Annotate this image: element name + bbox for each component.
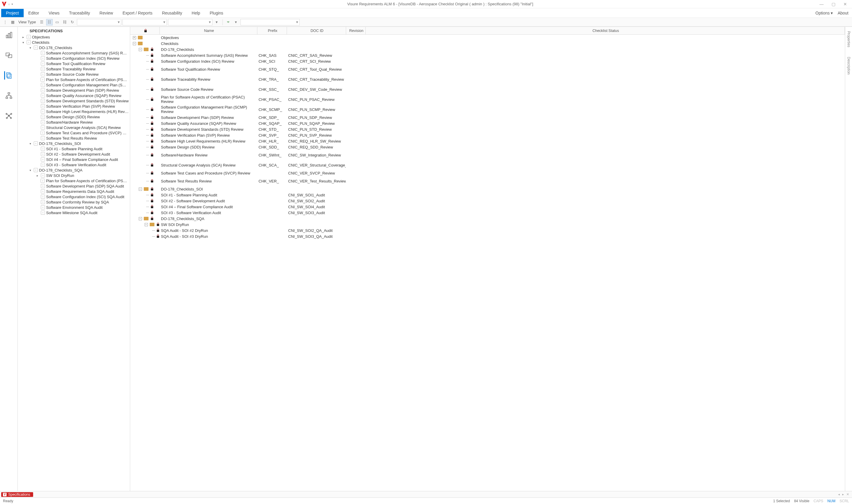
grid-row[interactable]: Software Configuration Index (SCI) Revie… (130, 58, 845, 64)
tree-item[interactable]: ≡Software Quality Assurance (SQAP) Revie… (19, 93, 130, 98)
tree-panel[interactable]: SPECIFICATIONS ▸≡Objectives▾≡Checklists▾… (18, 27, 130, 491)
tree-item[interactable]: ≡Software Development Standards (STD) Re… (19, 98, 130, 104)
grid-row[interactable]: Software Quality Assurance (SQAP) Review… (130, 120, 845, 126)
grid-row[interactable]: Plan for Software Aspects of Certificati… (130, 94, 845, 104)
menu-reusability[interactable]: Reusability (157, 9, 187, 17)
chevron-down-icon[interactable]: ▾ (22, 41, 25, 44)
tree-item[interactable]: ▾≡Checklists (19, 40, 130, 45)
collapse-icon[interactable]: − (145, 223, 148, 226)
col-header-prefix[interactable]: Prefix (257, 27, 287, 34)
grid-row[interactable]: −DO-178_Checklists (130, 47, 845, 52)
grid-row[interactable]: Software Test Results ReviewCHK_VER_CNIC… (130, 176, 845, 186)
nav-chart-icon[interactable] (5, 31, 13, 39)
grid-row[interactable]: Software Traceability ReviewCHK_TRA_CNIC… (130, 74, 845, 84)
collapse-icon[interactable]: − (139, 217, 142, 220)
col-header-tree[interactable] (130, 27, 160, 34)
col-header-name[interactable]: Name (160, 27, 257, 34)
tree-item[interactable]: ≡Plan for Software Aspects of Certificat… (19, 77, 130, 82)
combo-1[interactable]: ▾ (77, 19, 121, 25)
menu-plugins[interactable]: Plugins (205, 9, 228, 17)
grid-row[interactable]: Software Configuration Management Plan (… (130, 104, 845, 114)
tree-item[interactable]: ≡Software Milestone SQA Audit (19, 210, 130, 215)
grid-row[interactable]: Software Tool Qualification ReviewCHK_ST… (130, 64, 845, 74)
chevron-down-icon[interactable]: ▾ (30, 46, 33, 49)
maximize-button[interactable]: ▢ (831, 2, 835, 6)
grid-row[interactable]: −DO-178_Checklists_SOI (130, 186, 845, 192)
grid-row[interactable]: Software Test Cases and Procedure (SVCP)… (130, 170, 845, 176)
combo-2[interactable]: ▾ (123, 19, 167, 25)
close-doc-icon[interactable]: ✕ (846, 492, 849, 496)
col-header-checklist-status[interactable]: Checklist Status (366, 27, 845, 34)
grid-row[interactable]: Software Design (SDD) ReviewCHK_SDD_CNIC… (130, 144, 845, 150)
grid-row[interactable]: −Checklists (130, 40, 845, 47)
grid-row[interactable]: Structural Coverage Analysis (SCA) Revie… (130, 160, 845, 170)
filter-icon[interactable]: ⫧ (225, 19, 232, 25)
collapse-icon[interactable]: − (133, 42, 136, 45)
tree-item[interactable]: ≡Software Development Plan (SDP) Review (19, 88, 130, 93)
col-header-revision[interactable]: Revision (346, 27, 366, 34)
grid-row[interactable]: +Objectives (130, 35, 845, 40)
grid-row[interactable]: SQA Audit - SOI #2 DryRunCNI_SW_SOI2_QA_… (130, 228, 845, 233)
link-icon[interactable]: ⛓ (61, 19, 68, 25)
next-tab-icon[interactable]: ▸ (842, 492, 844, 496)
grid-row[interactable]: −DO-178_Checklists_SQA (130, 216, 845, 221)
nav-documents-icon[interactable] (4, 71, 13, 79)
menu-export-reports[interactable]: Export / Reports (118, 9, 157, 17)
grid-row[interactable]: Software Development Standards (STD) Rev… (130, 126, 845, 132)
tree-item[interactable]: ≡SOI #4 – Final Software Compliance Audi… (19, 157, 130, 162)
grid-body[interactable]: +Objectives−Checklists−DO-178_Checklists… (130, 35, 845, 491)
grid-row[interactable]: SQA Audit - SOI #3 DryRunCNI_SW_SOI3_QA_… (130, 233, 845, 239)
tree-item[interactable]: ≡Software Environment SQA Audit (19, 205, 130, 210)
tree-item[interactable]: ≡Software High Level Requirements (HLR) … (19, 109, 130, 114)
chevron-down-icon[interactable]: ▾ (214, 19, 220, 25)
tree-item[interactable]: ≡Software Configuration Index (SCI) SQA … (19, 194, 130, 199)
grid-icon[interactable]: ▦ (10, 19, 16, 25)
menu-project[interactable]: Project (1, 9, 24, 17)
tree-item[interactable]: ≡Structural Coverage Analysis (SCA) Revi… (19, 125, 130, 130)
grid-row[interactable]: SOI #4 – Final Software Compliance Audit… (130, 204, 845, 210)
grid-row[interactable]: −SW SOI DryRun (130, 221, 845, 228)
menu-about[interactable]: About (835, 9, 851, 17)
tree-item[interactable]: ≡Software Tool Qualification Review (19, 61, 130, 66)
menu-traceability[interactable]: Traceability (64, 9, 95, 17)
collapse-icon[interactable]: − (139, 187, 142, 191)
quick-access-dropdown-icon[interactable]: ⌂ (8, 3, 10, 6)
grid-row[interactable]: Software Development Plan (SDP) ReviewCH… (130, 114, 845, 120)
view-outline-icon[interactable]: ☷ (46, 19, 53, 25)
tree-item[interactable]: ≡Software Design (SDD) Review (19, 114, 130, 120)
col-header-docid[interactable]: DOC ID (287, 27, 346, 34)
expand-icon[interactable]: + (133, 36, 136, 39)
tree-item[interactable]: ≡Software Conformity Review by SQA (19, 199, 130, 205)
chevron-right-icon[interactable]: ▸ (22, 36, 25, 39)
quick-access-arrow-icon[interactable]: ▾ (12, 3, 13, 6)
minimize-button[interactable]: — (819, 2, 823, 6)
grid-row[interactable]: SOI #1 - Software Planning AuditCNI_SW_S… (130, 192, 845, 198)
tab-description[interactable]: Description (846, 55, 851, 76)
grid-row[interactable]: SOI #3 - Software Verification AuditCNI_… (130, 210, 845, 216)
grid-row[interactable]: Software Source Code ReviewCHK_SSC_CNIC_… (130, 84, 845, 94)
tree-item[interactable]: ≡Software Verification Plan (SVP) Review (19, 104, 130, 109)
grid-row[interactable]: Software/Hardware ReviewCHK_SWInt_CNIC_S… (130, 150, 845, 160)
close-button[interactable]: ✕ (843, 2, 847, 6)
menu-options[interactable]: Options ▾ (813, 9, 835, 17)
grid-row[interactable]: Software Accomplishment Summary (SAS) Re… (130, 52, 845, 58)
view-doc-icon[interactable]: ▭ (54, 19, 60, 25)
tree-item[interactable]: ≡Plan for Software Aspects of Certificat… (19, 178, 130, 183)
filter-input[interactable]: ▾ (240, 19, 300, 25)
view-list-icon[interactable]: ☰ (38, 19, 45, 25)
nav-tree-icon[interactable] (5, 91, 13, 100)
tree-item[interactable]: ≡Software Configuration Management Plan … (19, 82, 130, 88)
grid-row[interactable]: Software Verification Plan (SVP) ReviewC… (130, 132, 845, 138)
chevron-down-icon[interactable]: ▾ (30, 142, 33, 145)
tree-item[interactable]: ≡Software Configuration Index (SCI) Revi… (19, 56, 130, 61)
tree-item[interactable]: ▾≡DO-178_Checklists_SQA (19, 167, 130, 173)
tree-item[interactable]: ≡Software Source Code Review (19, 72, 130, 77)
tree-item[interactable]: ≡SOI #3 - Software Verification Audit (19, 162, 130, 167)
chevron-down-icon[interactable]: ▾ (30, 168, 33, 172)
chevron-right-icon[interactable]: ▸ (37, 174, 40, 177)
tree-item[interactable]: ≡Software Traceability Review (19, 66, 130, 72)
tree-item[interactable]: ≡Software/Hardware Review (19, 120, 130, 125)
tree-item[interactable]: ≡Software Requirements Data SQA Audit (19, 189, 130, 194)
tree-item[interactable]: ▸≡SW SOI DryRun (19, 173, 130, 178)
tree-item[interactable]: ≡Software Development Plan (SDP) SQA Aud… (19, 183, 130, 189)
